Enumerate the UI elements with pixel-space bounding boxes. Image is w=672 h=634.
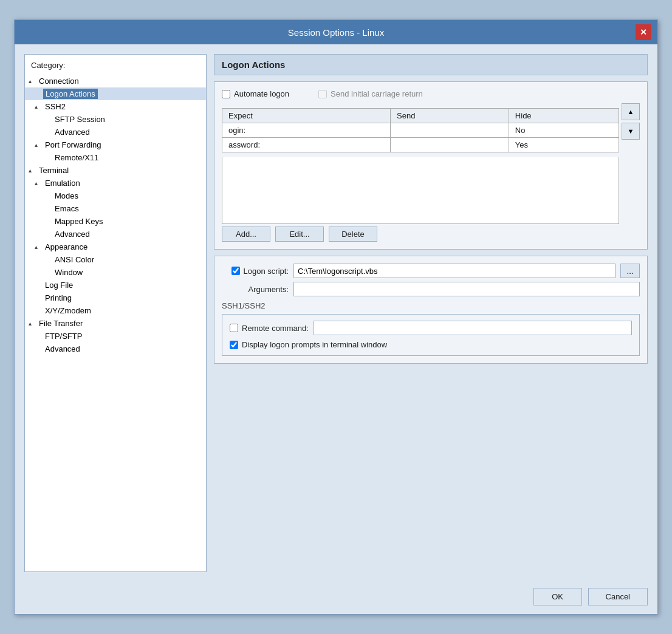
tree-item-sftp-session[interactable]: SFTP Session xyxy=(25,113,206,126)
logon-script-input[interactable] xyxy=(293,264,615,278)
logon-script-label: Logon script: xyxy=(244,267,289,276)
tree-item-file-transfer[interactable]: ▴File Transfer xyxy=(25,317,206,330)
tree-arrow-connection: ▴ xyxy=(29,78,37,84)
tree-label-advanced-ft: Advanced xyxy=(43,344,82,354)
close-button[interactable]: ✕ xyxy=(636,24,651,40)
remote-command-input[interactable] xyxy=(314,321,632,335)
tree-arrow-file-transfer: ▴ xyxy=(29,320,37,327)
tree-arrow-appearance: ▴ xyxy=(35,244,43,250)
action-buttons-row: Add... Edit... Delete xyxy=(222,227,640,242)
display-logon-prompts-row: Display logon prompts in terminal window xyxy=(230,340,632,349)
tree-label-printing: Printing xyxy=(43,293,74,303)
arguments-row: Arguments: xyxy=(222,282,640,296)
arguments-input[interactable] xyxy=(293,282,640,296)
automate-logon-checkbox[interactable] xyxy=(222,90,230,98)
tree-item-emulation[interactable]: ▴Emulation xyxy=(25,177,206,189)
remote-command-checkbox[interactable] xyxy=(230,324,238,332)
move-down-button[interactable]: ▼ xyxy=(622,123,640,140)
automate-logon-checkbox-label[interactable]: Automate logon xyxy=(222,89,289,98)
logon-script-checkbox[interactable] xyxy=(231,267,240,275)
tree-item-terminal[interactable]: ▴Terminal xyxy=(25,164,206,177)
table-empty-area xyxy=(222,157,619,224)
expect-table: Expect Send Hide ogin:Noassword:Yes xyxy=(222,108,619,152)
ok-button[interactable]: OK xyxy=(533,588,582,605)
tree-item-logon-actions[interactable]: Logon Actions xyxy=(25,87,206,100)
tree-item-modes[interactable]: Modes xyxy=(25,189,206,202)
dialog-body: Category: ▴ConnectionLogon Actions▴SSH2S… xyxy=(15,44,657,582)
cell-hide: No xyxy=(509,123,619,138)
cell-expect: assword: xyxy=(222,138,391,152)
tree-label-advanced-ssh2: Advanced xyxy=(53,127,92,137)
table-row[interactable]: assword:Yes xyxy=(222,138,619,152)
checkboxes-row: Automate logon Send initial carriage ret… xyxy=(222,89,640,98)
tree-label-ftp-sftp: FTP/SFTP xyxy=(43,331,84,341)
edit-button[interactable]: Edit... xyxy=(275,227,324,242)
ssh-inner-section: Remote command: Display logon prompts in… xyxy=(222,314,640,356)
tree-item-xy-zmodem[interactable]: X/Y/Zmodem xyxy=(25,304,206,317)
tree-item-emacs[interactable]: Emacs xyxy=(25,202,206,215)
tree-arrow-port-forwarding: ▴ xyxy=(35,141,43,148)
tree-item-ftp-sftp[interactable]: FTP/SFTP xyxy=(25,330,206,343)
tree-item-ssh2[interactable]: ▴SSH2 xyxy=(25,100,206,113)
col-hide: Hide xyxy=(509,109,619,123)
move-up-button[interactable]: ▲ xyxy=(622,103,640,120)
tree-arrow-terminal: ▴ xyxy=(29,167,37,174)
right-panel: Logon Actions Automate logon Send initia… xyxy=(214,54,648,572)
tree-label-remote-x11: Remote/X11 xyxy=(53,152,100,163)
cancel-button[interactable]: Cancel xyxy=(588,588,648,605)
table-row[interactable]: ogin:No xyxy=(222,123,619,138)
tree-item-window[interactable]: Window xyxy=(25,266,206,279)
tree-item-remote-x11[interactable]: Remote/X11 xyxy=(25,151,206,164)
tree-label-modes: Modes xyxy=(53,191,80,201)
send-carriage-return-checkbox[interactable] xyxy=(318,90,327,98)
add-button[interactable]: Add... xyxy=(222,227,270,242)
tree-label-port-forwarding: Port Forwarding xyxy=(43,140,103,150)
tree-label-logon-actions: Logon Actions xyxy=(43,89,98,99)
tree-label-window: Window xyxy=(53,267,84,278)
script-section: Logon script: ... Arguments: SSH1/SSH2 xyxy=(214,256,648,364)
tree-item-advanced-ft[interactable]: Advanced xyxy=(25,343,206,355)
display-logon-prompts-checkbox[interactable] xyxy=(230,341,238,349)
dialog-title: Session Options - Linux xyxy=(36,27,636,38)
logon-actions-section: Automate logon Send initial carriage ret… xyxy=(214,81,648,250)
tree-item-advanced-emulation[interactable]: Advanced xyxy=(25,228,206,240)
tree-label-emacs: Emacs xyxy=(53,203,81,214)
category-label: Category: xyxy=(25,58,206,73)
tree-container: ▴ConnectionLogon Actions▴SSH2SFTP Sessio… xyxy=(25,73,206,356)
logon-script-checkbox-label[interactable]: Logon script: xyxy=(222,267,289,276)
tree-label-emulation: Emulation xyxy=(43,178,82,188)
left-panel: Category: ▴ConnectionLogon Actions▴SSH2S… xyxy=(24,54,207,572)
col-send: Send xyxy=(391,109,509,123)
tree-label-appearance: Appearance xyxy=(43,242,89,252)
display-logon-prompts-label[interactable]: Display logon prompts in terminal window xyxy=(230,340,387,349)
tree-item-advanced-ssh2[interactable]: Advanced xyxy=(25,126,206,138)
tree-item-appearance[interactable]: ▴Appearance xyxy=(25,240,206,253)
browse-button[interactable]: ... xyxy=(620,264,640,278)
remote-command-row: Remote command: xyxy=(230,321,632,335)
tree-arrow-ssh2: ▴ xyxy=(35,103,43,110)
remote-command-label: Remote command: xyxy=(242,324,309,333)
delete-button[interactable]: Delete xyxy=(329,227,377,242)
send-carriage-return-text: Send initial carriage return xyxy=(331,89,423,98)
tree-item-mapped-keys[interactable]: Mapped Keys xyxy=(25,215,206,228)
tree-item-printing[interactable]: Printing xyxy=(25,291,206,304)
automate-logon-label: Automate logon xyxy=(234,89,289,98)
ssh-section-label: SSH1/SSH2 xyxy=(222,301,640,310)
tree-label-sftp-session: SFTP Session xyxy=(53,114,107,124)
col-expect: Expect xyxy=(222,109,391,123)
table-wrapper: Expect Send Hide ogin:Noassword:Yes xyxy=(222,103,619,224)
tree-label-terminal: Terminal xyxy=(37,165,70,176)
expect-table-area: Expect Send Hide ogin:Noassword:Yes ▲ xyxy=(222,103,640,224)
cell-expect: ogin: xyxy=(222,123,391,138)
tree-label-advanced-emulation: Advanced xyxy=(53,229,92,239)
tree-label-log-file: Log File xyxy=(43,280,75,290)
logon-script-row: Logon script: ... xyxy=(222,264,640,278)
tree-label-connection: Connection xyxy=(37,76,81,86)
tree-label-ansi-color: ANSI Color xyxy=(53,254,96,265)
tree-item-port-forwarding[interactable]: ▴Port Forwarding xyxy=(25,138,206,151)
tree-item-log-file[interactable]: Log File xyxy=(25,279,206,291)
remote-command-checkbox-label[interactable]: Remote command: xyxy=(230,324,309,333)
tree-item-ansi-color[interactable]: ANSI Color xyxy=(25,253,206,266)
arrow-buttons: ▲ ▼ xyxy=(622,103,640,224)
tree-item-connection[interactable]: ▴Connection xyxy=(25,75,206,87)
